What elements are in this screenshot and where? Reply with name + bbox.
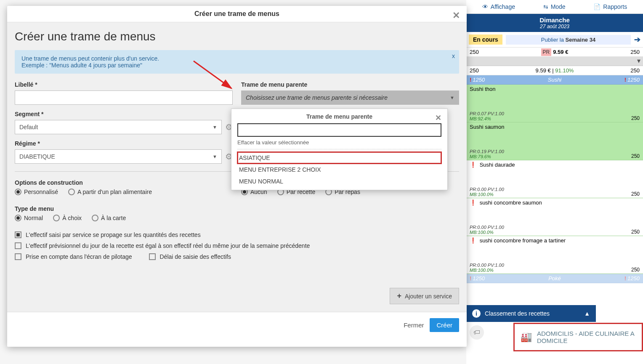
checkbox-icon (15, 231, 21, 238)
radio-label: À la carte (101, 215, 126, 221)
rapports-button[interactable]: 📄Rapports (593, 3, 627, 10)
fermer-button[interactable]: Fermer (404, 321, 424, 329)
options-construction-label: Options de construction (15, 179, 233, 186)
dropdown-title: Trame de menu parente ✕ (237, 113, 441, 120)
recipe-name: sushi concombre fromage a tartiner (480, 237, 566, 244)
recipe-qty: 250 (631, 115, 640, 121)
libelle-input[interactable] (15, 90, 233, 105)
radio-normal[interactable]: Normal (15, 215, 43, 221)
plus-icon: + (397, 292, 401, 300)
dropdown-options-list: ASIATIQUEMENU ENTREPRISE 2 CHOIXMENU NOR… (237, 152, 441, 187)
modal-title-bar: Créer une trame de menus ✕ (7, 6, 467, 22)
day-date: 27 août 2023 (466, 24, 643, 29)
recipe-qty: 250 (631, 191, 640, 197)
trame-parente-label: Trame de menu parente (241, 81, 459, 88)
qty-left: 250 (470, 67, 479, 74)
publish-week-button[interactable]: Publier la Semaine 34 (506, 35, 631, 45)
menu-name: Sushi (548, 77, 562, 83)
warning-icon: ! (624, 275, 626, 282)
affichage-button[interactable]: 👁Affichage (482, 3, 515, 10)
day-of-week: Dimanche (466, 16, 643, 24)
recipe-meta: PR:0.07 PV:1.00MB:92.4% (470, 111, 504, 121)
dropdown-option[interactable]: MENU ENTREPRISE 2 CHOIX (237, 164, 441, 175)
recipe-cell[interactable]: Sushi saumonPR:0.19 PV:1.00MB:79.6%250 (466, 122, 643, 160)
chevron-down-icon[interactable]: ▾ (637, 57, 640, 64)
checkbox-label: L'effectif saisi par service se propage … (26, 231, 201, 238)
context-icon[interactable]: 🏷 (470, 325, 484, 340)
background-toolbar: 👁Affichage ⇆Mode 📄Rapports (466, 0, 643, 14)
trame-parente-select[interactable]: Choisissez une trame de menus parente si… (241, 90, 459, 105)
type-menu-label: Type de menu (15, 205, 459, 212)
checkbox-label: L'effectif prévisionnel du jour de la re… (26, 242, 310, 249)
radio-a-la-carte[interactable]: À la carte (92, 215, 126, 221)
menu-group-header-2[interactable]: !1250 Poké !1250 (466, 274, 643, 283)
qty-right: 250 (630, 67, 640, 74)
radio-plan-alimentaire[interactable]: A partir d'un plan alimentaire (68, 189, 152, 195)
recipe-list: Sushi thonPR:0.07 PV:1.00MB:92.4%250Sush… (466, 85, 643, 274)
radio-label: Personnalisé (24, 189, 58, 195)
info-box: Une trame de menus peut contenir plus d'… (15, 50, 459, 74)
info-close-icon[interactable]: x (452, 53, 455, 59)
menu-group-header[interactable]: !1250 Sushi !1250 (466, 75, 643, 85)
radio-a-choix[interactable]: À choix (53, 215, 82, 221)
warning-icon: ❗ (470, 199, 476, 206)
checkbox-delai[interactable]: Délai de saisie des effectifs (149, 253, 231, 260)
info-icon: i (472, 309, 481, 318)
adomicilis-widget[interactable]: 🏭 ADOMICILIS - AIDE CULINAIRE A DOMICILE (513, 323, 643, 351)
checkbox-effectif-propage[interactable]: L'effectif saisi par service se propage … (15, 231, 459, 238)
qty-right: 1250 (627, 77, 640, 83)
checkbox-icon (15, 242, 21, 249)
divider (237, 149, 441, 149)
recipe-meta: PR:0.00 PV:1.00MB:100.0% (470, 187, 504, 197)
warning-icon: ❗ (470, 162, 476, 168)
menu-name: Poké (548, 275, 561, 282)
price: 9.59 € (536, 67, 551, 74)
info-line-2: Exemple : "Menus adulte 4 jours par sema… (21, 62, 452, 69)
checkbox-effectif-prev[interactable]: L'effectif prévisionnel du jour de la re… (15, 242, 459, 249)
segment-value: Default (19, 124, 38, 130)
radio-personnalise[interactable]: Personnalisé (15, 189, 58, 195)
segment-select[interactable]: Default (15, 120, 222, 134)
recipe-qty: 250 (631, 153, 640, 159)
regime-select[interactable]: DIABETIQUE (15, 149, 222, 164)
dropdown-search-input[interactable] (237, 123, 441, 137)
recipe-meta: PR:0.19 PV:1.00MB:79.6% (470, 149, 504, 159)
eye-icon: 👁 (482, 3, 488, 10)
modal-heading: Créer une trame de menus (15, 30, 459, 43)
dropdown-clear-link[interactable]: Effacer la valeur sélectionnée (237, 139, 441, 146)
regime-label: Régime * (15, 140, 233, 147)
qty-left: 1250 (473, 77, 485, 83)
recipe-name: Sushi saumon (470, 124, 504, 130)
checkbox-icon (15, 253, 21, 260)
mode-icon: ⇆ (543, 3, 548, 10)
close-icon[interactable]: ✕ (452, 10, 460, 21)
checkbox-label: Délai de saisie des effectifs (160, 253, 231, 260)
next-week-arrow-icon[interactable]: ➔ (634, 35, 640, 44)
add-service-button[interactable]: + Ajouter un service (390, 288, 459, 304)
recipe-cell[interactable]: Sushi thonPR:0.07 PV:1.00MB:92.4%250 (466, 85, 643, 122)
mode-label: Mode (551, 3, 566, 10)
mode-button[interactable]: ⇆Mode (543, 3, 566, 10)
publish-prefix: Publier la (541, 37, 566, 43)
dropdown-option[interactable]: ASIATIQUE (237, 152, 441, 164)
radio-icon (68, 189, 75, 195)
report-icon: 📄 (593, 3, 600, 10)
affichage-label: Affichage (491, 3, 515, 10)
recipe-cell[interactable]: ❗ sushi concombre saumonPR:0.00 PV:1.00M… (466, 198, 643, 236)
creer-button[interactable]: Créer (430, 318, 459, 332)
dropdown-option[interactable]: MENU NORMAL (237, 175, 441, 187)
radio-label: À choix (62, 215, 82, 221)
recipe-meta: PR:0.00 PV:1.00MB:100.0% (470, 263, 504, 273)
info-line-1: Une trame de menus peut contenir plus d'… (21, 55, 452, 62)
recipe-cell[interactable]: ❗ Sushi dauradePR:0.00 PV:1.00MB:100.0%2… (466, 160, 643, 198)
checkbox-pilotage[interactable]: Prise en compte dans l'écran de pilotage (15, 253, 132, 260)
classement-label: Classement des recettes (485, 310, 550, 317)
collapse-up-icon[interactable]: ▲ (584, 310, 590, 317)
trame-parente-dropdown: Trame de menu parente ✕ Effacer la valeu… (231, 109, 448, 190)
recipe-cell[interactable]: ❗ sushi concombre fromage a tartinerPR:0… (466, 236, 643, 274)
recipe-name: Sushi daurade (480, 162, 515, 168)
classement-panel-header[interactable]: i Classement des recettes ▲ (466, 305, 596, 322)
percent: 91.10% (555, 67, 574, 74)
warning-icon: ! (470, 77, 471, 83)
close-icon[interactable]: ✕ (435, 113, 441, 122)
